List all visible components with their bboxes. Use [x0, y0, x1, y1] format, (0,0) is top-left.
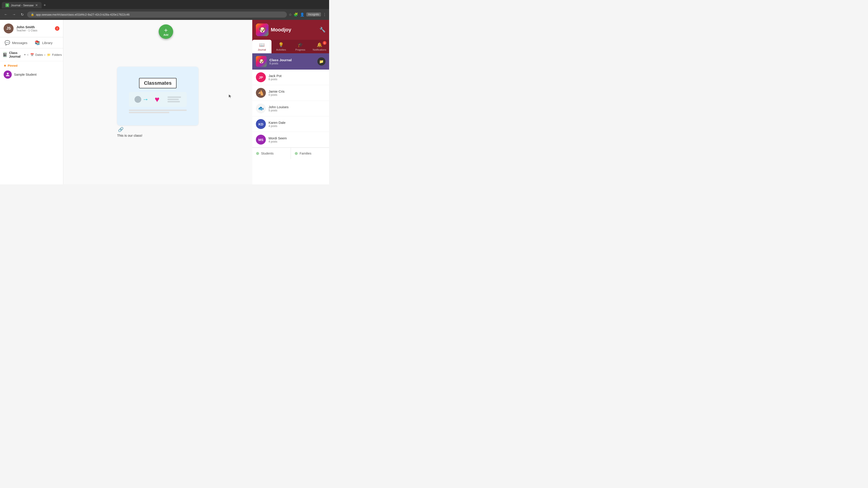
svg-point-0	[7, 73, 8, 74]
john-louises-posts: 5 posts	[269, 109, 288, 112]
sidebar-filters: 📓 Class Journal ▾ ‹ 📅 Dates › 📁 Folders …	[0, 48, 63, 61]
tab-notifications[interactable]: 🔔 Notifications 1	[310, 40, 329, 53]
progress-tab-icon: 🎓	[298, 42, 303, 47]
jack-pot-avatar: JP	[256, 72, 266, 82]
class-journal-selector[interactable]: 📓 Class Journal ▾	[3, 51, 26, 58]
reload-button[interactable]: ↻	[19, 11, 25, 18]
jack-pot-name: Jack Pot	[269, 74, 282, 78]
tab-activities[interactable]: 💡 Activities	[272, 40, 291, 53]
journal-tab-label: Journal	[258, 48, 266, 51]
moodjoy-header: 🐶 Moodjoy 🔧	[252, 20, 329, 40]
jamie-cris-info: Jamie Cris 0 posts	[269, 90, 285, 96]
notifications-tab-label: Notifications	[313, 48, 327, 51]
add-students-plus-icon: ⊕	[256, 151, 259, 156]
student-row-karen-dale[interactable]: KD Karen Dale 4 posts	[252, 116, 329, 132]
settings-icon[interactable]: 🔧	[319, 27, 326, 33]
new-tab-button[interactable]: +	[41, 2, 48, 8]
pinned-text: Pinned	[8, 64, 18, 67]
add-section: ⊕ Students ⊕ Families	[252, 148, 329, 159]
moodjoy-title: Moodjoy	[271, 27, 291, 33]
profile-icon[interactable]: 👤	[300, 12, 305, 17]
folders-nav[interactable]: 📁 Folders ▾	[47, 53, 65, 57]
karen-dale-info: Karen Dale 4 posts	[269, 121, 285, 128]
class-journal-label: Class Journal	[9, 51, 22, 58]
class-journal-info: Class Journal 8 posts	[270, 58, 315, 65]
add-families-button[interactable]: ⊕ Families	[291, 148, 329, 159]
pinned-section: ★ Pinned	[0, 61, 63, 68]
student-avatar	[4, 70, 12, 78]
karen-dale-initials: KD	[258, 122, 264, 126]
folder-icon: 📁	[47, 53, 51, 57]
add-students-button[interactable]: ⊕ Students	[252, 148, 291, 159]
pinned-label: ★ Pinned	[4, 64, 59, 67]
student-row-john-louises[interactable]: 🐟 John Louises 5 posts	[252, 101, 329, 116]
jack-pot-info: Jack Pot 6 posts	[269, 74, 282, 81]
class-journal-icon: 📓	[3, 52, 7, 58]
caption-text: This is our class!	[117, 132, 143, 139]
student-row-jack-pot[interactable]: JP Jack Pot 6 posts	[252, 70, 329, 85]
class-journal-posts: 8 posts	[270, 62, 315, 65]
add-label: Add	[163, 33, 168, 36]
extension-icon[interactable]: 🧩	[293, 12, 298, 17]
library-icon: 📚	[35, 40, 40, 45]
chevron-down-icon: ▾	[24, 53, 26, 56]
right-content: 🐶 Class Journal 8 posts 📁 JP Jack Pot 6 …	[252, 53, 329, 184]
nav-bar: ← → ↻ 🔒 app.seesaw.me/#/class/class.e01b…	[0, 9, 329, 20]
incognito-badge: Incognito	[306, 12, 321, 17]
john-louises-info: John Louises 5 posts	[269, 105, 288, 112]
dates-label: Dates	[35, 53, 43, 57]
dates-chevron-icon: ›	[44, 53, 45, 57]
bookmark-icon[interactable]: ☆	[289, 12, 292, 17]
messages-link[interactable]: 💬 Messages	[4, 40, 27, 45]
top-nav: 💬 Messages 📚 Library	[0, 37, 63, 48]
forward-button[interactable]: →	[11, 11, 17, 18]
notifications-tab-icon: 🔔	[317, 42, 322, 47]
add-plus-icon: +	[164, 27, 168, 33]
post-image: Classmates → ♥	[117, 67, 198, 125]
add-fab-button[interactable]: + Add	[159, 24, 173, 39]
karen-dale-avatar: KD	[256, 119, 266, 129]
url-text: app.seesaw.me/#/class/class.e01bf4c2-9a2…	[36, 13, 129, 16]
student-row-jamie-cris[interactable]: 🐴 Jamie Cris 0 posts	[252, 85, 329, 101]
dates-nav[interactable]: 📅 Dates ›	[30, 53, 45, 57]
tab-title: Journal - Seesaw	[11, 4, 33, 7]
messages-label: Messages	[12, 41, 27, 45]
tab-favicon: S	[5, 3, 9, 7]
karen-dale-posts: 4 posts	[269, 125, 285, 128]
nav-icons: ☆ 🧩 👤 Incognito ⋮	[289, 12, 327, 17]
journal-tab-icon: 📖	[259, 42, 265, 47]
menu-icon[interactable]: ⋮	[323, 12, 327, 17]
back-button[interactable]: ←	[3, 11, 9, 18]
library-link[interactable]: 📚 Library	[35, 40, 53, 45]
mordi-seem-posts: 4 posts	[269, 140, 287, 143]
address-bar[interactable]: 🔒 app.seesaw.me/#/class/class.e01bf4c2-9…	[27, 11, 287, 18]
active-tab[interactable]: S Journal - Seesaw ✕	[2, 2, 41, 8]
user-avatar: JS	[4, 24, 13, 33]
app: JS John Smith Teacher - 1 Class 2 💬 Mess…	[0, 20, 329, 184]
right-tabs: 📖 Journal 💡 Activities 🎓 Progress 🔔 Noti…	[252, 40, 329, 53]
tab-bar: S Journal - Seesaw ✕ +	[0, 0, 329, 9]
tab-journal[interactable]: 📖 Journal	[252, 40, 272, 53]
class-journal-list-item[interactable]: 🐶 Class Journal 8 posts 📁	[252, 53, 329, 70]
post-caption: This is our class!	[117, 133, 198, 138]
student-list: Sample Student	[0, 68, 63, 184]
class-journal-thumbnail: 🐶	[256, 56, 267, 67]
tab-progress[interactable]: 🎓 Progress	[291, 40, 310, 53]
add-families-plus-icon: ⊕	[294, 151, 298, 156]
calendar-icon: 📅	[30, 53, 34, 57]
tab-close-button[interactable]: ✕	[35, 3, 38, 7]
jamie-cris-avatar: 🐴	[256, 88, 266, 98]
moodjoy-avatar: 🐶	[256, 24, 269, 36]
student-item[interactable]: Sample Student	[0, 68, 63, 81]
add-students-label: Students	[261, 152, 274, 155]
activities-tab-label: Activities	[276, 48, 286, 51]
link-icon[interactable]: 🔗	[118, 127, 124, 132]
add-families-label: Families	[300, 152, 311, 155]
mordi-seem-avatar: MS	[256, 135, 266, 144]
notification-badge: 2	[55, 26, 59, 31]
user-initials: JS	[6, 26, 11, 31]
jack-pot-posts: 6 posts	[269, 78, 282, 81]
folder-button[interactable]: 📁	[317, 57, 326, 66]
left-arrow-icon[interactable]: ‹	[27, 53, 29, 57]
student-row-mordi-seem[interactable]: MS Mordi Seem 4 posts	[252, 132, 329, 148]
